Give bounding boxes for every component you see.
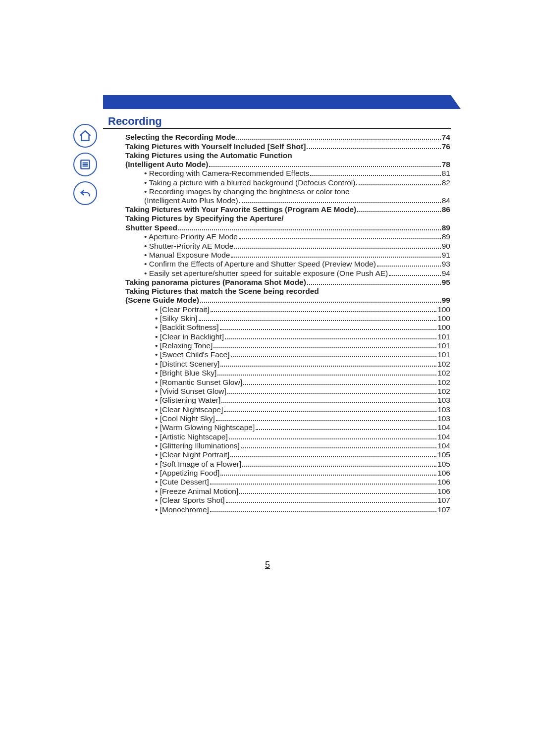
toc-entry-page: 84 [442,196,450,205]
toc-entry[interactable]: Selecting the Recording Mode74 [125,133,450,142]
toc-entry-label: • [Clear in Backlight] [155,332,224,341]
toc-entry-page: 104 [437,432,450,441]
toc-leader [227,387,436,394]
toc-leader [224,405,436,412]
toc-entry[interactable]: Taking Pictures by Specifying the Apertu… [125,214,450,223]
toc-entry[interactable]: • [Clear Night Portrait]105 [125,450,450,459]
toc-entry[interactable]: • [Warm Glowing Nightscape]104 [125,423,450,432]
toc-entry[interactable]: • Recording images by changing the brigh… [125,187,450,196]
toc-entry[interactable]: Taking Pictures using the Automatic Func… [125,151,450,160]
toc-entry-page: 95 [442,278,450,287]
toc-entry[interactable]: • [Vivid Sunset Glow]102 [125,387,450,396]
toc-entry-label: • [Artistic Nightscape] [155,432,228,441]
toc-entry[interactable]: (Intelligent Auto Mode)78 [125,160,450,169]
toc-entry[interactable]: • [Backlit Softness]100 [125,323,450,332]
toc-entry[interactable]: • Easily set aperture/shutter speed for … [125,269,450,277]
toc-entry[interactable]: • [Distinct Scenery]102 [125,359,450,368]
toc-leader [225,332,436,339]
toc-entry[interactable]: Taking Pictures that match the Scene bei… [125,287,450,296]
toc-entry[interactable]: Taking panorama pictures (Panorama Shot … [125,278,450,287]
toc-entry-page: 100 [437,323,450,332]
toc-entry[interactable]: • [Clear Nightscape]103 [125,405,450,414]
toc-entry[interactable]: Shutter Speed89 [125,223,450,232]
toc-entry-label: Taking panorama pictures (Panorama Shot … [125,278,306,287]
toc-entry[interactable]: • [Sweet Child's Face]101 [125,350,450,359]
home-icon[interactable] [73,124,97,148]
toc-entry[interactable]: • Manual Exposure Mode91 [125,251,450,260]
toc-entry-label: Taking Pictures using the Automatic Func… [125,151,292,160]
toc-entry-page: 82 [442,178,450,187]
toc-leader [231,350,437,357]
toc-entry[interactable]: • Taking a picture with a blurred backgr… [125,178,450,187]
toc-entry-label: • [Clear Portrait] [155,305,210,314]
toc-entry[interactable]: • [Monochrome]107 [125,505,450,514]
toc-leader [229,432,436,439]
toc-entry[interactable]: • Shutter-Priority AE Mode90 [125,241,450,250]
toc-entry[interactable]: • Recording with Camera-Recommended Effe… [125,169,450,178]
toc-entry[interactable]: • Confirm the Effects of Aperture and Sh… [125,260,450,269]
toc-leader [211,305,436,312]
toc-entry-label: • Manual Exposure Mode [144,251,230,260]
toc-leader [243,378,436,384]
toc-leader [220,359,436,366]
toc-entry[interactable]: • [Clear in Backlight]101 [125,332,450,341]
toc-entry-page: 103 [437,414,450,423]
toc-entry[interactable]: • [Clear Sports Shot]107 [125,496,450,505]
toc-icon[interactable] [73,153,97,176]
toc-entry[interactable]: • [Romantic Sunset Glow]102 [125,378,450,386]
toc-entry[interactable]: • [Soft Image of a Flower]105 [125,459,450,468]
toc-entry[interactable]: Taking Pictures with Your Favorite Setti… [125,205,450,214]
toc-entry[interactable]: (Scene Guide Mode)99 [125,296,450,305]
toc-entry-page: 106 [437,478,450,486]
toc-entry[interactable]: (Intelligent Auto Plus Mode)84 [125,196,450,205]
toc-entry-label: • [Monochrome] [155,505,209,514]
toc-entry-label: • Taking a picture with a blurred backgr… [144,178,355,187]
toc-entry-label: • [Silky Skin] [155,314,198,323]
toc-entry-page: 106 [437,487,450,496]
back-icon[interactable] [73,181,97,205]
toc-leader [389,269,441,275]
toc-entry-page: 104 [437,441,450,450]
toc-entry[interactable]: • [Glittering Illuminations]104 [125,441,450,450]
toc-entry-label: • Shutter-Priority AE Mode [144,242,233,251]
toc-entry[interactable]: • [Bright Blue Sky]102 [125,369,450,378]
toc-entry-label: • [Appetizing Food] [155,469,219,478]
toc-entry-page: 102 [437,360,450,369]
toc-entry-page: 78 [442,160,450,169]
toc-entry[interactable]: • [Freeze Animal Motion]106 [125,486,450,495]
toc-leader [226,496,436,503]
toc-entry-label: • [Relaxing Tone] [155,341,213,350]
toc-entry[interactable]: • [Glistening Water]103 [125,396,450,405]
toc-entry[interactable]: • Aperture-Priority AE Mode89 [125,232,450,241]
toc-leader [230,450,436,457]
toc-entry[interactable]: • [Clear Portrait]100 [125,305,450,314]
toc-entry-label: • [Clear Sports Shot] [155,496,225,505]
toc-entry-page: 91 [442,251,450,260]
toc-entry[interactable]: • [Cool Night Sky]103 [125,414,450,423]
toc-leader [307,142,440,149]
toc-entry[interactable]: • [Artistic Nightscape]104 [125,432,450,441]
toc-entry-page: 74 [442,133,450,142]
toc-leader [239,196,441,203]
toc-entry-page: 102 [437,378,450,387]
toc-entry-label: • [Freeze Animal Motion] [155,487,238,496]
toc-entry-label: • Recording images by changing the brigh… [144,187,350,196]
page: Recording Selecting the Recording Mode74… [0,0,535,756]
toc-entry[interactable]: • [Relaxing Tone]101 [125,341,450,350]
toc-entry-page: 81 [442,169,450,178]
toc-entry[interactable]: • [Appetizing Food]106 [125,469,450,478]
toc-leader [199,314,437,321]
toc-entry-label: Taking Pictures with Your Favorite Setti… [125,205,356,214]
toc-entry-label: (Intelligent Auto Mode) [125,160,208,169]
toc-entry-page: 105 [437,450,450,459]
toc-leader [178,223,441,230]
toc-entry-label: (Scene Guide Mode) [125,296,199,305]
toc-leader [256,423,436,430]
toc-entry-label: • [Bright Blue Sky] [155,369,216,378]
toc-entry-page: 105 [437,460,450,469]
toc-entry[interactable]: • [Cute Dessert]106 [125,478,450,486]
toc-entry[interactable]: • [Silky Skin]100 [125,314,450,323]
toc-entry-label: • [Warm Glowing Nightscape] [155,423,255,432]
toc-entry-label: • [Distinct Scenery] [155,360,219,369]
toc-entry[interactable]: Taking Pictures with Yourself Included [… [125,142,450,151]
